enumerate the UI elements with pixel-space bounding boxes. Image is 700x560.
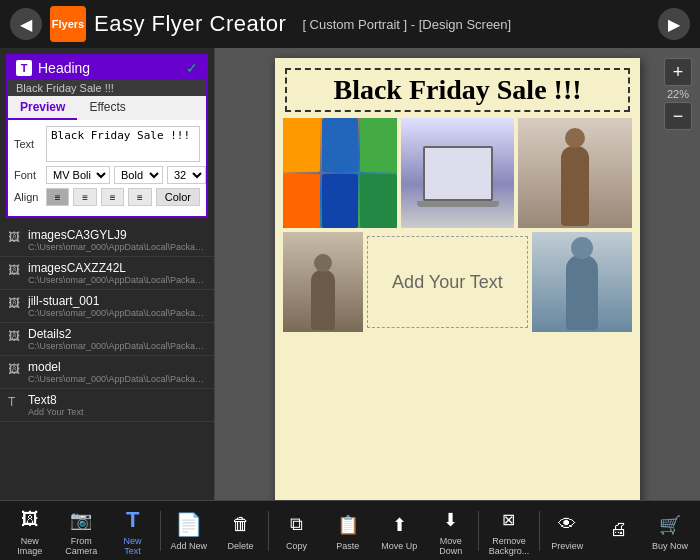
text-input[interactable]: Black Friday Sale !!! [46, 126, 200, 162]
layer-item[interactable]: 🖼 Details2 C:\Users\omar_000\AppData\Loc… [0, 323, 214, 356]
toolbar-new-text[interactable]: T NewText [109, 502, 157, 560]
align-center-button[interactable]: ≡ [73, 188, 96, 206]
divider-4 [539, 511, 540, 551]
layer-info: model C:\Users\omar_000\AppData\Local\Pa… [28, 360, 206, 384]
toolbar-move-up[interactable]: ⬆ Move Up [375, 507, 423, 555]
layer-icon: 🖼 [8, 329, 22, 343]
toolbar: 🖼 NewImage 📷 FromCamera T NewText 📄 Add … [0, 500, 700, 560]
woman-image[interactable] [532, 232, 632, 332]
heading-t-icon: T [16, 60, 32, 76]
layer-info: imagesCAXZZ42L C:\Users\omar_000\AppData… [28, 261, 206, 285]
layer-name: Details2 [28, 327, 206, 341]
text-label: NewText [124, 536, 142, 556]
heading-checkmark: ✓ [186, 60, 198, 76]
align-right-button[interactable]: ≡ [101, 188, 124, 206]
buy-now-label: Buy Now [652, 541, 688, 551]
font-family-select[interactable]: MV Boli [46, 166, 110, 184]
layer-path: C:\Users\omar_000\AppData\Local\Packages… [28, 308, 206, 318]
flyer-bottom-row: Add Your Text [283, 232, 632, 332]
layer-item[interactable]: 🖼 jill-stuart_001 C:\Users\omar_000\AppD… [0, 290, 214, 323]
toolbar-paste[interactable]: 📋 Paste [324, 507, 372, 555]
toolbar-add-new[interactable]: 📄 Add New [165, 507, 214, 555]
layer-name: imagesCAXZZ42L [28, 261, 206, 275]
layer-name: Text8 [28, 393, 206, 407]
add-new-label: Add New [171, 541, 208, 551]
laptop-visual [423, 146, 493, 201]
preview-label: Preview [551, 541, 583, 551]
camera-label: FromCamera [65, 536, 97, 556]
zoom-in-button[interactable]: + [664, 58, 692, 86]
layer-info: Details2 C:\Users\omar_000\AppData\Local… [28, 327, 206, 351]
tab-preview[interactable]: Preview [8, 96, 77, 120]
left-panel: T Heading ✓ Black Friday Sale !!! Previe… [0, 48, 215, 500]
layer-icon: 🖼 [8, 362, 22, 376]
toolbar-move-down[interactable]: ⬇ MoveDown [427, 502, 475, 560]
font-weight-select[interactable]: Bold [114, 166, 163, 184]
heading-tabs: Preview Effects [8, 96, 206, 120]
buy-now-icon: 🛒 [656, 511, 684, 539]
back-button[interactable]: ◀ [10, 8, 42, 40]
heading-card-header: T Heading ✓ [8, 56, 206, 80]
align-justify-button[interactable]: ≡ [128, 188, 151, 206]
divider-2 [268, 511, 269, 551]
flyer-canvas[interactable]: Black Friday Sale !!! [275, 58, 640, 500]
heading-card: T Heading ✓ Black Friday Sale !!! Previe… [6, 54, 208, 218]
heading-form: Text Black Friday Sale !!! Font MV Boli … [8, 120, 206, 216]
toolbar-delete[interactable]: 🗑 Delete [217, 507, 265, 555]
delete-label: Delete [228, 541, 254, 551]
text-label: Text [14, 138, 42, 150]
layer-item[interactable]: 🖼 model C:\Users\omar_000\AppData\Local\… [0, 356, 214, 389]
main-layout: T Heading ✓ Black Friday Sale !!! Previe… [0, 48, 700, 500]
text-icon: T [119, 506, 147, 534]
align-left-button[interactable]: ≡ [46, 188, 69, 206]
toolbar-buy-now[interactable]: 🛒 Buy Now [646, 507, 694, 555]
font-size-select[interactable]: 32 [167, 166, 206, 184]
man-image[interactable] [283, 232, 363, 332]
laptop-image[interactable] [401, 118, 515, 228]
tab-effects[interactable]: Effects [77, 96, 137, 120]
forward-button[interactable]: ▶ [658, 8, 690, 40]
layer-item[interactable]: 🖼 imagesCA3GYLJ9 C:\Users\omar_000\AppDa… [0, 224, 214, 257]
layer-path: C:\Users\omar_000\AppData\Local\Packages… [28, 341, 206, 351]
layer-icon: 🖼 [8, 230, 22, 244]
app-title: Easy Flyer Creator [94, 11, 286, 37]
zoom-out-button[interactable]: − [664, 102, 692, 130]
preview-icon: 👁 [553, 511, 581, 539]
dress-image[interactable] [518, 118, 632, 228]
heading-subtitle: Black Friday Sale !!! [8, 80, 206, 96]
copy-label: Copy [286, 541, 307, 551]
color-button[interactable]: Color [156, 188, 200, 206]
layer-info: jill-stuart_001 C:\Users\omar_000\AppDat… [28, 294, 206, 318]
remove-bg-label: RemoveBackgro... [489, 536, 530, 556]
toolbar-from-camera[interactable]: 📷 FromCamera [57, 502, 105, 560]
layer-icon: 🖼 [8, 263, 22, 277]
move-down-label: MoveDown [439, 536, 462, 556]
layer-name: jill-stuart_001 [28, 294, 206, 308]
layers-list: 🖼 imagesCA3GYLJ9 C:\Users\omar_000\AppDa… [0, 224, 214, 422]
toolbar-print[interactable]: 🖨 [595, 512, 643, 550]
toolbar-new-image[interactable]: 🖼 NewImage [6, 502, 54, 560]
align-label: Align [14, 191, 42, 203]
layer-item[interactable]: 🖼 imagesCAXZZ42L C:\Users\omar_000\AppDa… [0, 257, 214, 290]
toolbar-preview[interactable]: 👁 Preview [543, 507, 591, 555]
paste-icon: 📋 [334, 511, 362, 539]
canvas-area: + 22% − Black Friday Sale !!! [215, 48, 700, 500]
divider-1 [160, 511, 161, 551]
zoom-out-icon: − [673, 106, 684, 127]
add-your-text[interactable]: Add Your Text [367, 236, 528, 328]
forward-icon: ▶ [668, 15, 680, 34]
layer-icon: T [8, 395, 22, 409]
toolbar-copy[interactable]: ⧉ Copy [272, 507, 320, 555]
paste-label: Paste [336, 541, 359, 551]
layer-path: C:\Users\omar_000\AppData\Local\Packages… [28, 275, 206, 285]
print-icon: 🖨 [605, 516, 633, 544]
font-label: Font [14, 169, 42, 181]
bowls-image[interactable] [283, 118, 397, 228]
heading-card-title-label: Heading [38, 60, 90, 76]
back-icon: ◀ [20, 15, 32, 34]
remove-bg-icon: ⊠ [495, 506, 523, 534]
move-down-icon: ⬇ [437, 506, 465, 534]
layer-item[interactable]: T Text8 Add Your Text [0, 389, 214, 422]
layer-path: C:\Users\omar_000\AppData\Local\Packages… [28, 242, 206, 252]
toolbar-remove-bg[interactable]: ⊠ RemoveBackgro... [483, 502, 536, 560]
